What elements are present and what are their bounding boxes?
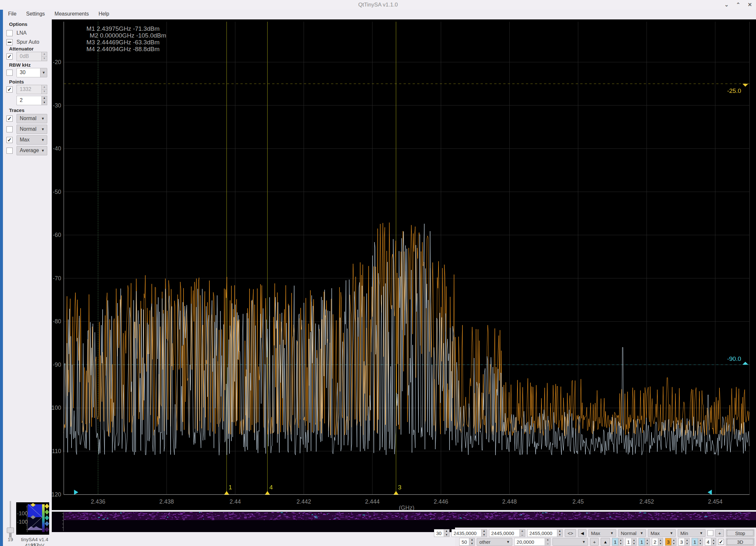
center-frequency-spinbox[interactable]: 2445,0000 +−: [489, 529, 525, 537]
rbw-spinbox[interactable]: 30 ▲▼: [434, 529, 450, 537]
spin-arrows[interactable]: ▲▼: [481, 529, 487, 537]
spectrum-chart[interactable]: -25.0-90.0134-20-30-40-50-60-70-80-90-10…: [52, 19, 756, 510]
marker-3-type-spinbox[interactable]: 3▲▼: [665, 538, 676, 546]
trace2-checkbox[interactable]: [6, 126, 13, 132]
plus-button[interactable]: +: [715, 529, 724, 537]
close-button[interactable]: ✕: [746, 1, 753, 8]
swap-button[interactable]: <>: [565, 529, 576, 537]
svg-text:-100: -100: [52, 405, 61, 411]
control-row-2: 50 ▲▼ other▼ 20,0000 +− ▼ + ▲ 1▲▼1▲▼1▲▼2…: [459, 538, 754, 546]
window-title: QtTinySA v1.1.0: [0, 2, 756, 8]
spin-arrows[interactable]: ▲▼: [469, 538, 474, 545]
svg-text:2.442: 2.442: [296, 498, 311, 505]
points-spinbox[interactable]: 1332 ▲▼: [17, 85, 47, 94]
menu-file[interactable]: File: [3, 11, 21, 17]
3d-preview-thumbnail[interactable]: -100 -100: [16, 502, 49, 535]
thumb-scale-label-2: -100: [17, 519, 28, 525]
spin-value: 2: [652, 538, 658, 546]
spur-auto-checkbox[interactable]: [6, 39, 13, 45]
spectrum-plot[interactable]: -25.0-90.0134-20-30-40-50-60-70-80-90-10…: [52, 19, 756, 510]
svg-text:-70: -70: [53, 275, 61, 282]
points-auto-checkbox[interactable]: [6, 86, 13, 93]
memory2-mode-combobox[interactable]: Normal▼: [618, 529, 646, 537]
spin-arrows[interactable]: ▲▼: [41, 85, 47, 94]
trace1-checkbox[interactable]: [6, 116, 13, 122]
marker-2-type-spinbox[interactable]: 1▲▼: [639, 538, 650, 546]
spin-arrows[interactable]: ▲▼: [618, 538, 623, 546]
svg-text:4: 4: [269, 484, 273, 491]
marker-4-type-spinbox[interactable]: 1▲▼: [692, 538, 703, 546]
spin-plusminus[interactable]: +−: [545, 538, 550, 545]
spin-arrows[interactable]: ▲▼: [632, 538, 637, 546]
memory1-mode-combobox[interactable]: Max▼: [588, 529, 616, 537]
maximize-button[interactable]: ⌃: [735, 1, 742, 8]
spin-arrows[interactable]: ▲▼: [41, 52, 47, 61]
band-combobox[interactable]: other▼: [477, 538, 512, 546]
trace2-mode-combobox[interactable]: Normal▼: [17, 125, 47, 134]
row1-checkbox[interactable]: [707, 530, 713, 536]
spin-arrows[interactable]: ▲▼: [698, 538, 703, 546]
chevron-down-icon[interactable]: ▼: [40, 68, 47, 77]
add-button[interactable]: +: [590, 538, 599, 546]
rbw-auto-checkbox[interactable]: [6, 70, 13, 76]
spin-value: 3: [678, 538, 685, 546]
up-button[interactable]: ▲: [601, 538, 610, 546]
span-spinbox[interactable]: 20,0000 +−: [514, 538, 550, 546]
3d-button[interactable]: 3D: [726, 538, 754, 546]
marker-1-number-spinbox[interactable]: 1▲▼: [625, 538, 637, 546]
marker-3-number-spinbox[interactable]: 3▲▼: [678, 538, 690, 546]
spin-arrows[interactable]: ▲▼: [645, 538, 650, 546]
lna-checkbox[interactable]: [6, 30, 13, 36]
marker-readouts: M1 2.43975GHz -71.3dBmM2 0.00000GHz -105…: [86, 25, 166, 52]
spin-arrows[interactable]: ▲▼: [41, 96, 47, 105]
svg-text:-110: -110: [52, 448, 61, 454]
trace4-checkbox[interactable]: [6, 148, 13, 154]
rbw-combobox[interactable]: 30 ▼: [17, 68, 47, 77]
spin-arrows[interactable]: ▲▼: [685, 538, 690, 546]
trace4-mode-combobox[interactable]: Average▼: [17, 146, 47, 155]
level-slider-handle[interactable]: [7, 528, 14, 533]
chevron-down-icon: ▼: [41, 127, 45, 131]
menu-measurements[interactable]: Measurements: [50, 11, 94, 17]
spin-plusminus[interactable]: +−: [519, 529, 525, 537]
waterfall-band: [64, 512, 756, 520]
marker-4-number-spinbox[interactable]: 4▲▼: [705, 538, 716, 546]
attenuator-spinbox[interactable]: 0dB ▲▼: [17, 52, 47, 61]
svg-text:-120: -120: [52, 491, 61, 498]
svg-text:1: 1: [228, 484, 232, 491]
points-per-div-spinbox[interactable]: 50 ▲▼: [459, 538, 475, 546]
trace1-mode-combobox[interactable]: Normal▼: [17, 114, 47, 123]
spin-arrows[interactable]: ▲▼: [711, 538, 716, 546]
battery-voltage: 4191 mV: [17, 542, 52, 546]
svg-text:2.446: 2.446: [434, 498, 448, 505]
marker-1-type-spinbox[interactable]: 1▲▼: [612, 538, 623, 546]
marker-2-number-spinbox[interactable]: 2▲▼: [652, 538, 663, 546]
spin-arrows[interactable]: ▲▼: [444, 529, 449, 537]
stop-button[interactable]: Stop: [726, 529, 754, 537]
trace3-checkbox[interactable]: [6, 137, 13, 143]
edge-indicator-left[interactable]: [74, 490, 78, 495]
preset-combobox[interactable]: ▼: [552, 538, 588, 546]
row2-checkbox[interactable]: [718, 539, 724, 545]
memory4-mode-combobox[interactable]: Min▼: [678, 529, 706, 537]
spin-arrows[interactable]: ▲▼: [672, 538, 676, 546]
menu-help[interactable]: Help: [94, 11, 114, 17]
marker-readout-1: M1 2.43975GHz -71.3dBm: [86, 25, 166, 32]
menu-settings[interactable]: Settings: [21, 11, 50, 17]
previous-button[interactable]: ◀: [578, 529, 586, 537]
points-multiplier-spinbox[interactable]: 2 ▲▼: [17, 96, 47, 105]
attenuator-auto-checkbox[interactable]: [6, 53, 13, 60]
trace3-mode-combobox[interactable]: Max▼: [17, 135, 47, 145]
spin-value: 1: [625, 538, 632, 546]
minimize-button[interactable]: ⌄: [723, 1, 730, 8]
options-label: Options: [9, 21, 28, 27]
marker-line-3[interactable]: 3: [394, 22, 402, 495]
memory3-mode-combobox[interactable]: Max▼: [648, 529, 676, 537]
start-frequency-spinbox[interactable]: 2435,0000 ▲▼: [451, 529, 487, 537]
stop-frequency-spinbox[interactable]: 2455,0000 ▲▼: [527, 529, 563, 537]
chevron-down-icon: ▼: [41, 138, 45, 142]
spin-arrows[interactable]: ▲▼: [658, 538, 663, 546]
spin-arrows[interactable]: ▲▼: [557, 529, 562, 537]
marker-readout-3: M3 2.44469GHz -63.3dBm: [86, 39, 166, 46]
edge-indicator-right[interactable]: [707, 490, 712, 495]
